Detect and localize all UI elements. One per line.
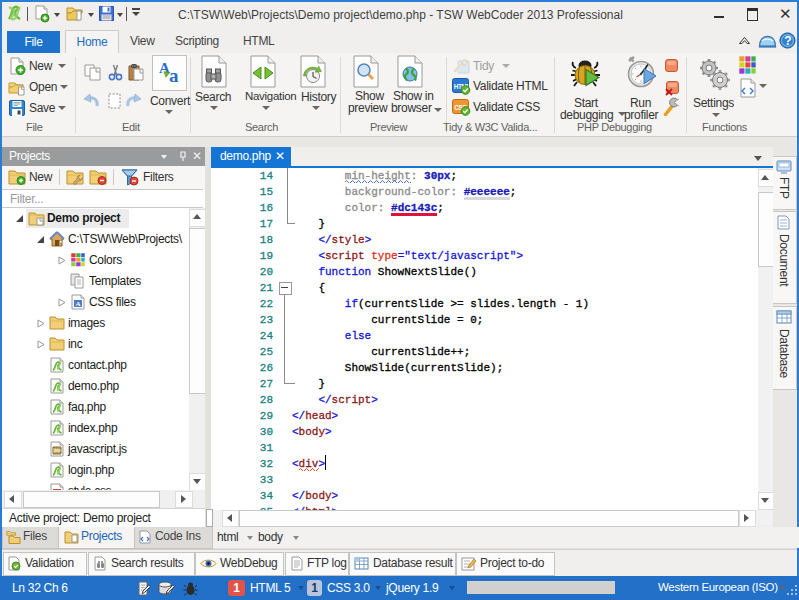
svg-text:?: ? [784,34,791,48]
svg-text:A: A [76,300,81,308]
svg-text:a: a [169,65,179,86]
